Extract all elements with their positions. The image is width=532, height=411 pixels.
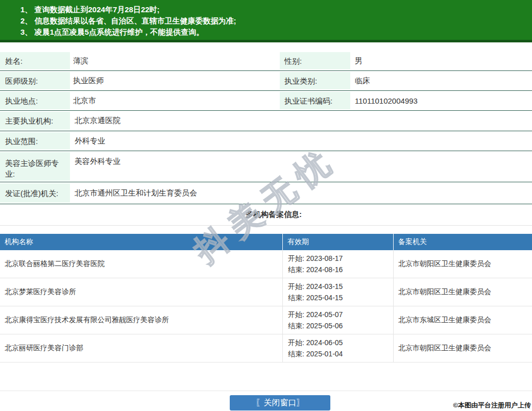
filing-authority: 北京市朝阳区卫生健康委员会 [393,250,532,278]
institution-name: 北京丽研医疗美容门诊部 [0,334,282,362]
registration-table-header: 机构名称 有效期 备案机关 [0,234,532,250]
validity-start: 开始: 2024-03-15 [287,281,343,292]
validity-start: 开始: 2024-06-05 [287,337,343,348]
validity-end: 结束: 2025-01-04 [287,348,343,359]
gender-value: 男 [350,51,532,70]
institution-name: 北京联合丽格第二医疗美容医院 [0,250,282,278]
certificate-number-label: 执业证书编码: [280,92,350,109]
practice-category-value: 临床 [350,71,532,90]
info-row-cosmetic-specialty: 美容主诊医师专业: 美容外科专业 [0,151,532,182]
info-row-main-institution: 主要执业机构: 北京京通医院 [0,111,532,131]
issuing-authority-label: 发证(批准)机关: [0,183,70,203]
validity-start: 开始: 2024-05-07 [287,309,343,320]
practice-scope-value: 外科专业 [70,131,532,151]
name-label: 姓名: [0,52,70,69]
notice-line-3: 3、 凌晨1点至凌晨5点系统进行维护，不能提供查询。 [20,27,522,38]
validity-start: 开始: 2023-08-17 [287,253,343,264]
multi-institution-section-title: 多机构备案信息: [0,204,532,226]
main-institution-value: 北京京通医院 [70,111,532,131]
cosmetic-specialty-value: 美容外科专业 [70,151,532,182]
info-row-issuing-authority: 发证(批准)机关: 北京市通州区卫生和计划生育委员会 [0,182,532,204]
doctor-level-label: 医师级别: [0,72,70,89]
notice-line-2: 2、 信息数据结果以各省、自治区、直辖市卫生健康委数据为准; [20,15,522,27]
practice-scope-label: 执业范围: [0,132,70,150]
info-row-level-category: 医师级别: 执业医师 执业类别: 临床 [0,71,532,91]
column-header-authority: 备案机关 [393,234,532,250]
info-row-practice-scope: 执业范围: 外科专业 [0,131,532,151]
filing-authority: 北京市朝阳区卫生健康委员会 [393,334,532,362]
validity-end: 结束: 2024-08-16 [287,264,343,275]
notice-line-1: 1、 查询数据截止到2024年7月28日22时; [20,4,522,15]
query-result-page: 1、 查询数据截止到2024年7月28日22时; 2、 信息数据结果以各省、自治… [0,0,532,411]
name-value: 薄滨 [70,51,280,70]
practice-category-label: 执业类别: [280,72,350,89]
doctor-level-value: 执业医师 [70,71,280,90]
registration-table: 机构名称 有效期 备案机关 北京联合丽格第二医疗美容医院 开始: 2023-08… [0,234,532,362]
issuing-authority-value: 北京市通州区卫生和计划生育委员会 [70,182,532,204]
validity-period: 开始: 2024-03-15 结束: 2025-04-15 [282,278,393,306]
column-header-validity: 有效期 [282,234,393,250]
validity-end: 结束: 2025-05-06 [287,320,343,331]
notice-banner: 1、 查询数据截止到2024年7月28日22时; 2、 信息数据结果以各省、自治… [0,0,532,42]
doctor-info-table: 姓名: 薄滨 性别: 男 医师级别: 执业医师 执业类别: 临床 执业地点: 北… [0,51,532,204]
cosmetic-specialty-label: 美容主诊医师专业: [0,152,70,181]
certificate-number-value: 110110102004993 [350,91,532,110]
validity-period: 开始: 2024-06-05 结束: 2025-01-04 [282,334,393,362]
close-window-button[interactable]: 〖关闭窗口〗 [230,395,330,410]
filing-authority: 北京市朝阳区卫生健康委员会 [393,278,532,306]
institution-name: 北京康得宝医疗技术发展有限公司雅靓医疗美容诊所 [0,306,282,334]
info-row-name-gender: 姓名: 薄滨 性别: 男 [0,51,532,71]
validity-period: 开始: 2023-08-17 结束: 2024-08-16 [282,250,393,278]
table-row: 北京联合丽格第二医疗美容医院 开始: 2023-08-17 结束: 2024-0… [0,250,532,278]
column-header-institution: 机构名称 [0,234,282,250]
practice-location-label: 执业地点: [0,92,70,109]
practice-location-value: 北京市 [70,91,280,110]
institution-name: 北京梦莱医疗美容诊所 [0,278,282,306]
copyright-note: ©本图由平台注册用户上传 [453,401,531,410]
main-institution-label: 主要执业机构: [0,112,70,130]
info-row-location-certificate: 执业地点: 北京市 执业证书编码: 110110102004993 [0,91,532,111]
divider [0,391,532,391]
gender-label: 性别: [280,52,350,69]
table-row: 北京康得宝医疗技术发展有限公司雅靓医疗美容诊所 开始: 2024-05-07 结… [0,306,532,334]
validity-period: 开始: 2024-05-07 结束: 2025-05-06 [282,306,393,334]
validity-end: 结束: 2025-04-15 [287,292,343,303]
table-row: 北京丽研医疗美容门诊部 开始: 2024-06-05 结束: 2025-01-0… [0,334,532,362]
table-row: 北京梦莱医疗美容诊所 开始: 2024-03-15 结束: 2025-04-15… [0,278,532,306]
filing-authority: 北京市东城区卫生健康委员会 [393,306,532,334]
